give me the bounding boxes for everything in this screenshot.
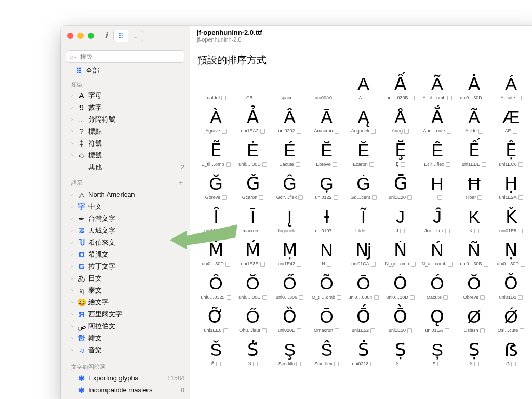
glyph-cell[interactable]: Ṑuni1E50	[383, 305, 417, 333]
glyph-cell[interactable]: Ȧuni0…30D	[457, 72, 491, 100]
glyph-cell[interactable]: AA	[347, 72, 380, 100]
script-row-13[interactable]: ›♫音樂	[61, 344, 190, 356]
glyph-cell[interactable]: Ȍuni020E	[273, 305, 307, 333]
traffic-lights[interactable]	[61, 33, 100, 39]
glyph-cell[interactable]: Ǫuni01EA	[420, 305, 454, 333]
zoom-icon[interactable]	[88, 33, 94, 39]
disclosure-icon[interactable]: ›	[71, 105, 75, 110]
disclosure-icon[interactable]: ›	[71, 240, 75, 245]
script-row-12[interactable]: ›한韓文	[61, 332, 190, 344]
script-row-8[interactable]: ›ฤ泰文	[61, 284, 190, 296]
type-row-0[interactable]: ›A字母	[61, 89, 190, 101]
disclosure-icon[interactable]: ›	[71, 324, 75, 329]
glyph-cell[interactable]: ĀAmacron	[310, 105, 343, 134]
glyph-cell[interactable]: ŌOmacron	[310, 305, 343, 333]
glyph-cell[interactable]: ŐOhu…laut	[236, 305, 270, 333]
glyph-cell[interactable]: Ñuni0…30B	[457, 238, 491, 267]
glyph-cell[interactable]: Ɨuni0197	[310, 205, 343, 233]
glyph-cell[interactable]: ĨItilde	[347, 205, 380, 233]
glyph-cell[interactable]: Ṇuni0…30D	[494, 238, 528, 267]
glyph-cell[interactable]: ÊEcir…flex	[420, 139, 454, 167]
glyph-cell[interactable]: Ȯuni0…30D	[383, 272, 417, 300]
glyph-cell[interactable]: ÃA_til…omb	[420, 72, 454, 100]
glyph-cell[interactable]: ṢṢ	[457, 338, 491, 366]
glyph-cell[interactable]: Ōuni0…0304	[347, 272, 380, 300]
type-row-5[interactable]: ›◇標號	[61, 149, 190, 161]
glyph-cell[interactable]: ÅAring	[383, 105, 417, 134]
glyph-cell[interactable]: ÉEacute	[273, 139, 307, 167]
glyph-cell[interactable]: Ṃuni1E42	[273, 238, 307, 267]
script-row-1[interactable]: ›字中文	[61, 201, 190, 212]
close-icon[interactable]	[67, 33, 73, 39]
glyph-cell[interactable]: ŜScir_flex	[310, 338, 343, 366]
type-row-4[interactable]: ›‡符號	[61, 137, 190, 149]
glyph-cell[interactable]: Őuni0…306	[273, 272, 307, 300]
script-row-7[interactable]: ›あ日文	[61, 272, 190, 284]
disclosure-icon[interactable]: ›	[71, 312, 75, 317]
glyph-cell[interactable]: Ḿuni1E3E	[236, 238, 270, 267]
glyph-cell[interactable]: ĄAogonek	[347, 105, 380, 134]
glyph-cell[interactable]: ĮIogonek	[273, 205, 307, 233]
glyph-cell[interactable]: ØOslash	[457, 305, 491, 333]
glyph-cell[interactable]: ṢṢ	[383, 338, 417, 366]
glyph-cell[interactable]: Ṁuni0…30D	[199, 238, 233, 267]
glyph-cell[interactable]: ŎObreve	[457, 272, 491, 300]
glyph-cell[interactable]: Ôuni0…0325	[199, 272, 233, 300]
glyph-cell[interactable]: ĜGcir…flex	[273, 172, 307, 200]
disclosure-icon[interactable]: ›	[71, 264, 75, 269]
type-row-1[interactable]: ›9數字	[61, 101, 190, 113]
disclosure-icon[interactable]: ›	[71, 153, 75, 158]
glyph-cell[interactable]: ĚEcaron	[347, 139, 380, 167]
disclosure-icon[interactable]: ›	[71, 228, 75, 233]
glyph-cell[interactable]: ÓOacute	[420, 272, 454, 300]
disclosure-icon[interactable]: ›	[71, 300, 75, 305]
disclosure-icon[interactable]: ›	[71, 192, 75, 197]
type-row-6[interactable]: 其他2	[61, 161, 190, 173]
glyph-cell[interactable]: ẼE_til…omb	[199, 139, 233, 167]
disclosure-icon[interactable]: ›	[71, 336, 75, 341]
glyph-cell[interactable]: Ȋuni020A	[199, 205, 233, 233]
glyph-cell[interactable]: ĠGd…cent	[347, 172, 380, 200]
script-row-10[interactable]: ›Я西里爾文字	[61, 308, 190, 320]
glyph-cell[interactable]: space	[273, 72, 307, 100]
glyph-cell[interactable]: ĴJcir…flex	[420, 205, 454, 233]
glyph-cell[interactable]: ŠŠ	[199, 338, 233, 366]
disclosure-icon[interactable]: ›	[71, 216, 75, 221]
disclosure-icon[interactable]: ›	[71, 288, 75, 293]
glyph-cell[interactable]: Ṓuni1E52	[347, 305, 380, 333]
glyph-cell[interactable]: Ǒuni01D1	[494, 272, 528, 300]
filter-row-1[interactable]: ✱Incompatible masters0	[61, 384, 190, 396]
glyph-cell[interactable]: ẞẞ	[494, 338, 528, 366]
glyph-cell[interactable]: ṄN_gr…omb	[383, 238, 417, 267]
add-script-button[interactable]: ＋	[177, 178, 184, 188]
glyph-cell[interactable]: ŞSçedilla	[273, 338, 307, 366]
script-row-0[interactable]: ›△North American	[61, 189, 190, 201]
disclosure-icon[interactable]: ›	[71, 204, 75, 209]
type-row-2[interactable]: ›…分隔符號	[61, 113, 190, 125]
disclosure-icon[interactable]: ›	[71, 141, 75, 146]
glyph-cell[interactable]: ĞGbreve	[199, 172, 233, 200]
glyph-cell[interactable]: Ấuni…030B	[383, 72, 417, 100]
glyph-cell[interactable]: uni00A0	[310, 72, 343, 100]
search-field[interactable]: ⌕▾	[66, 50, 184, 63]
glyph-cell[interactable]: Ỡuni1EE0	[199, 305, 233, 333]
glyph-cell[interactable]: ḜȨ	[383, 139, 417, 167]
glyph-cell[interactable]: Ṡuni0218	[347, 338, 380, 366]
glyph-cell[interactable]: ĪImacron	[236, 205, 270, 233]
glyph-cell[interactable]: Ḥuni1E2A	[494, 172, 528, 200]
glyph-cell[interactable]: Ģuni0122	[310, 172, 343, 200]
disclosure-icon[interactable]: ›	[71, 252, 75, 257]
glyph-cell[interactable]: ǾOsl…cute	[494, 305, 528, 333]
glyph-cell[interactable]: ĔEbreve	[310, 139, 343, 167]
glyph-cell[interactable]: ÁAacute	[494, 72, 528, 100]
glyph-cell[interactable]: Ŏuni0…30C	[236, 272, 270, 300]
filter-row-2[interactable]: ✱Metrics out of sync0	[61, 396, 190, 399]
type-row-3[interactable]: ›?標點	[61, 125, 190, 137]
glyph-cell[interactable]: Ḡuni1E20	[383, 172, 417, 200]
glyph-cell[interactable]: ẮArin…cute	[420, 105, 454, 134]
glyph-cell[interactable]: Ệuni1EC6	[494, 139, 528, 167]
view-mode-toggle[interactable]: ⠿ ≡	[113, 30, 143, 42]
script-row-2[interactable]: ›✒台灣文字	[61, 212, 190, 224]
glyph-cell[interactable]: KK	[457, 205, 491, 233]
glyph-cell[interactable]: ÀAgrave	[199, 105, 233, 134]
